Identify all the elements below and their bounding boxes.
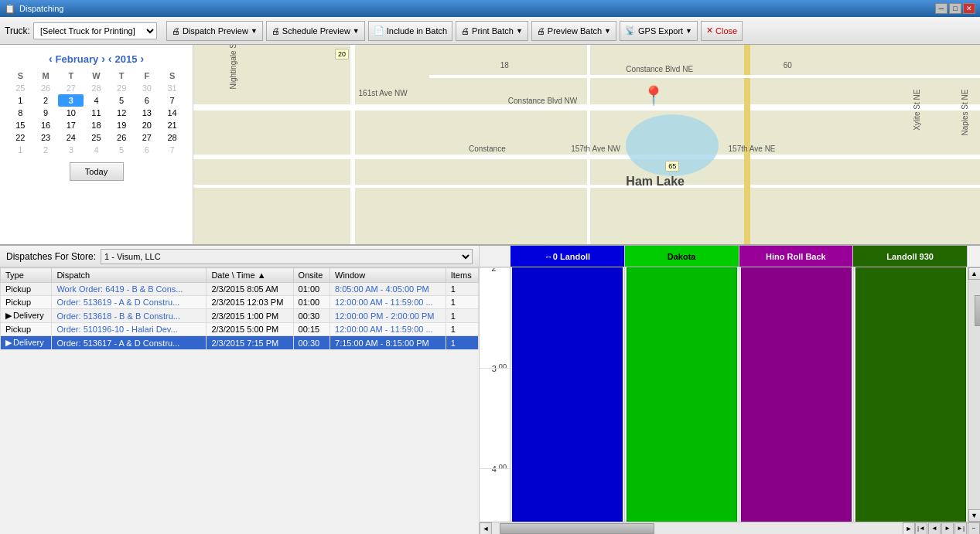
- calendar-day[interactable]: 2: [33, 94, 59, 107]
- nav-last-button[interactable]: ►|: [954, 522, 967, 535]
- next-month-button[interactable]: ›: [101, 53, 105, 65]
- calendar-day[interactable]: 20: [135, 119, 160, 131]
- calendar-day[interactable]: 27: [58, 82, 84, 94]
- calendar-day[interactable]: 3: [58, 94, 84, 107]
- calendar-day[interactable]: 10: [58, 107, 84, 119]
- next-year-button[interactable]: ›: [140, 53, 144, 65]
- calendar-day[interactable]: 6: [135, 144, 160, 156]
- include-in-batch-button[interactable]: 📄 Include in Batch: [368, 21, 452, 41]
- col-datetime[interactable]: Date \ Time ▲: [207, 268, 293, 283]
- vertical-scrollbar[interactable]: ▲ ▼: [968, 267, 980, 522]
- calendar-day[interactable]: 26: [109, 131, 135, 144]
- calendar-day[interactable]: 13: [135, 107, 160, 119]
- scroll-up-button[interactable]: ▲: [968, 267, 981, 280]
- cell-type: Pickup: [1, 296, 52, 309]
- landoll930-block1: [855, 267, 966, 522]
- calendar-day[interactable]: 16: [33, 119, 59, 131]
- dispatch-link[interactable]: Order: 513619 - A & D Constru...: [56, 298, 179, 307]
- calendar-day[interactable]: 7: [159, 94, 185, 107]
- calendar-day[interactable]: 7: [159, 144, 185, 156]
- row-expander[interactable]: ▶: [5, 338, 12, 347]
- calendar-day[interactable]: 25: [8, 82, 33, 94]
- calendar-day[interactable]: 9: [33, 107, 59, 119]
- store-select[interactable]: 1 - Visum, LLC: [101, 249, 473, 264]
- dispatch-link[interactable]: Order: 513617 - A & D Constru...: [56, 338, 179, 348]
- gps-export-button[interactable]: 📡 GPS Export ▼: [620, 21, 698, 41]
- calendar-day[interactable]: 28: [84, 82, 109, 94]
- calendar-day[interactable]: 30: [135, 82, 160, 94]
- col-items[interactable]: Items: [446, 268, 478, 283]
- calendar-day[interactable]: 29: [109, 82, 135, 94]
- calendar-day[interactable]: 22: [8, 131, 33, 144]
- col-dispatch[interactable]: Dispatch: [52, 268, 207, 283]
- app-icon: 📋: [5, 4, 15, 14]
- row-expander[interactable]: ▶: [5, 311, 12, 320]
- hscroll-left-button[interactable]: ◄: [480, 522, 492, 535]
- nav-next-button[interactable]: ►: [941, 522, 954, 535]
- dispatch-header: Dispatches For Store: 1 - Visum, LLC: [0, 246, 479, 267]
- table-row[interactable]: Pickup Work Order: 6419 - B & B Cons... …: [1, 283, 479, 296]
- close-button[interactable]: ✕: [963, 3, 975, 14]
- scroll-down-button[interactable]: ▼: [968, 509, 981, 522]
- calendar-day[interactable]: 8: [8, 107, 33, 119]
- calendar-nav: ‹ February › ‹ 2015 ›: [8, 53, 185, 65]
- calendar-day[interactable]: 23: [33, 131, 59, 144]
- minimize-button[interactable]: ─: [935, 3, 948, 14]
- calendar-day[interactable]: 5: [109, 94, 135, 107]
- dispatch-link[interactable]: Work Order: 6419 - B & B Cons...: [56, 284, 183, 294]
- calendar-day[interactable]: 27: [135, 131, 160, 144]
- calendar-day[interactable]: 18: [84, 119, 109, 131]
- table-row[interactable]: ▶Delivery Order: 513618 - B & B Constru.…: [1, 309, 479, 323]
- calendar-day[interactable]: 17: [58, 119, 84, 131]
- print-batch-button[interactable]: 🖨 Print Batch ▼: [456, 21, 528, 41]
- calendar-day[interactable]: 31: [159, 82, 185, 94]
- calendar-day[interactable]: 4: [84, 94, 109, 107]
- calendar-day[interactable]: 4: [84, 144, 109, 156]
- hscroll-thumb[interactable]: [500, 523, 654, 534]
- close-button[interactable]: ✕ Close: [701, 21, 743, 41]
- col-window[interactable]: Window: [330, 268, 446, 283]
- dispatch-preview-button[interactable]: 🖨 Dispatch Preview ▼: [166, 21, 263, 41]
- calendar-day[interactable]: 25: [84, 131, 109, 144]
- calendar-day[interactable]: 2: [33, 144, 59, 156]
- scroll-thumb[interactable]: [975, 295, 981, 326]
- cell-window: 8:05:00 AM - 4:05:00 PM: [330, 283, 446, 296]
- nav-minus-button[interactable]: −: [968, 522, 980, 535]
- col-type[interactable]: Type: [1, 268, 52, 283]
- preview-batch-button[interactable]: 🖨 Preview Batch ▼: [531, 21, 616, 41]
- table-row[interactable]: ▶Delivery Order: 513617 - A & D Constru.…: [1, 336, 479, 350]
- cell-onsite: 00:30: [293, 309, 330, 323]
- table-row[interactable]: Pickup Order: 513619 - A & D Constru... …: [1, 296, 479, 309]
- prev-year-button[interactable]: ‹: [108, 53, 112, 65]
- col-onsite[interactable]: Onsite: [293, 268, 330, 283]
- calendar-day[interactable]: 24: [58, 131, 84, 144]
- dispatch-link[interactable]: Order: 513618 - B & B Constru...: [56, 311, 180, 321]
- maximize-button[interactable]: □: [949, 3, 961, 14]
- calendar-day[interactable]: 15: [8, 119, 33, 131]
- nav-prev-button[interactable]: ◄: [928, 522, 941, 535]
- calendar-day[interactable]: 12: [109, 107, 135, 119]
- preview-batch-icon: 🖨: [537, 26, 545, 36]
- calendar-day[interactable]: 3: [58, 144, 84, 156]
- prev-month-button[interactable]: ‹: [49, 53, 53, 65]
- truck-col-landoll: [510, 267, 625, 522]
- calendar-day[interactable]: 19: [109, 119, 135, 131]
- truck-select[interactable]: [Select Truck for Printing]: [33, 22, 157, 39]
- table-row[interactable]: Pickup Order: 510196-10 - Halari Dev... …: [1, 323, 479, 336]
- calendar-day[interactable]: 14: [159, 107, 185, 119]
- calendar-day[interactable]: 6: [135, 94, 160, 107]
- calendar-day[interactable]: 5: [109, 144, 135, 156]
- calendar-day[interactable]: 26: [33, 82, 59, 94]
- calendar-day[interactable]: 1: [8, 144, 33, 156]
- calendar-day[interactable]: 28: [159, 131, 185, 144]
- hscroll-right-button[interactable]: ►: [903, 522, 915, 535]
- today-button[interactable]: Today: [70, 162, 124, 181]
- schedule-body[interactable]: 2PM 3 00 4 00 5 00: [480, 267, 968, 522]
- cell-type: ▶Delivery: [1, 309, 52, 323]
- calendar-day[interactable]: 11: [84, 107, 109, 119]
- schedule-preview-button[interactable]: 🖨 Schedule Preview ▼: [266, 21, 365, 41]
- dispatch-link[interactable]: Order: 510196-10 - Halari Dev...: [56, 325, 177, 334]
- calendar-day[interactable]: 1: [8, 94, 33, 107]
- nav-first-button[interactable]: |◄: [915, 522, 927, 535]
- calendar-day[interactable]: 21: [159, 119, 185, 131]
